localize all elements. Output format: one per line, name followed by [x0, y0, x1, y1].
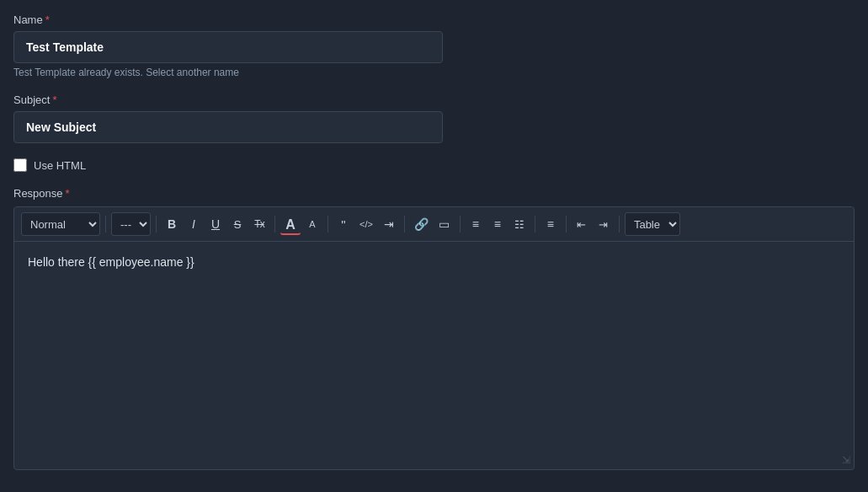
ordered-list-button[interactable]: ≡: [466, 213, 486, 235]
subject-field-group: Subject *: [13, 94, 855, 143]
editor-toolbar: Normal Heading 1 Heading 2 --- B I U S T…: [14, 207, 854, 242]
clear-format-button[interactable]: Tx: [249, 213, 269, 235]
toolbar-divider-6: [460, 216, 461, 233]
font-size-button[interactable]: A: [302, 213, 322, 235]
font-color-button[interactable]: A: [280, 213, 301, 235]
subject-required-star: *: [52, 94, 56, 106]
unordered-list-button[interactable]: ≡: [487, 213, 508, 235]
resize-handle[interactable]: ⇲: [842, 454, 850, 466]
toolbar-divider-2: [156, 216, 157, 233]
strikethrough-button[interactable]: S: [227, 213, 248, 235]
indent2-button[interactable]: ⇥: [594, 213, 614, 235]
paragraph-style-select[interactable]: Normal Heading 1 Heading 2: [21, 212, 100, 236]
toolbar-divider-3: [274, 216, 275, 233]
toolbar-divider-4: [327, 216, 328, 233]
separator-style-select[interactable]: ---: [111, 212, 151, 236]
response-field-group: Response * Normal Heading 1 Heading 2 --…: [13, 187, 855, 470]
align-button[interactable]: ≡: [541, 213, 561, 235]
table-style-wrapper: Table: [625, 212, 680, 236]
image-button[interactable]: ▭: [434, 213, 455, 235]
name-input[interactable]: [13, 31, 443, 63]
toolbar-divider-1: [105, 216, 106, 233]
response-label: Response *: [13, 187, 855, 200]
code-button[interactable]: </>: [355, 213, 377, 235]
bold-button[interactable]: B: [162, 213, 182, 235]
response-required-star: *: [66, 187, 70, 200]
underline-button[interactable]: U: [205, 213, 226, 235]
subject-label-text: Subject: [13, 94, 50, 106]
editor-container: Normal Heading 1 Heading 2 --- B I U S T…: [13, 206, 855, 470]
use-html-row: Use HTML: [13, 158, 855, 172]
name-error-message: Test Template already exists. Select ano…: [13, 67, 855, 78]
separator-style-wrapper: ---: [111, 212, 151, 236]
use-html-label[interactable]: Use HTML: [34, 159, 86, 172]
toolbar-divider-8: [566, 216, 567, 233]
blockquote-button[interactable]: ": [333, 213, 354, 235]
name-field-group: Name * Test Template already exists. Sel…: [13, 13, 855, 78]
name-label-text: Name: [13, 13, 43, 26]
toolbar-divider-5: [404, 216, 405, 233]
name-label: Name *: [13, 13, 855, 26]
name-required-star: *: [45, 13, 50, 26]
paragraph-style-wrapper: Normal Heading 1 Heading 2: [21, 212, 100, 236]
response-label-text: Response: [13, 187, 63, 200]
editor-wrapper: Hello there {{ employee.name }} ⇲: [14, 242, 854, 469]
toolbar-divider-7: [535, 216, 535, 233]
subject-label: Subject *: [13, 94, 855, 106]
table-select[interactable]: Table: [625, 212, 680, 236]
italic-button[interactable]: I: [184, 213, 204, 235]
outdent-button[interactable]: ⇤: [572, 213, 592, 235]
toolbar-divider-9: [619, 216, 620, 233]
indent-button[interactable]: ⇥: [379, 213, 399, 235]
subject-input[interactable]: [13, 111, 443, 143]
checklist-button[interactable]: ☷: [509, 213, 530, 235]
link-button[interactable]: 🔗: [410, 213, 433, 235]
editor-content[interactable]: Hello there {{ employee.name }}: [14, 242, 854, 469]
use-html-checkbox[interactable]: [13, 158, 27, 172]
